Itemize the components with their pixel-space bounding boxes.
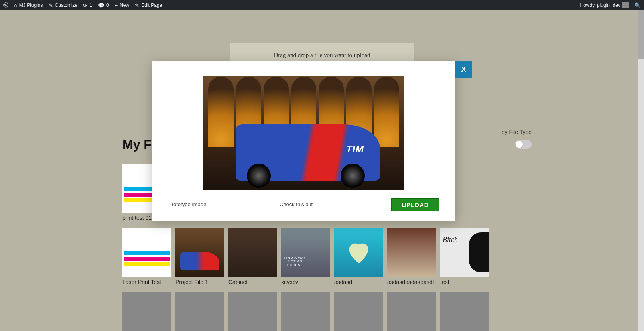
modal-close-button[interactable]: X (455, 61, 472, 78)
modal-overlay: X TIM UPLOAD (0, 0, 644, 331)
upload-button[interactable]: UPLOAD (391, 198, 439, 211)
upload-title-input[interactable] (168, 200, 272, 210)
upload-description-input[interactable] (280, 200, 384, 210)
car-badge: TIM (346, 144, 364, 155)
upload-preview-image: TIM (203, 76, 404, 190)
upload-modal: X TIM UPLOAD (152, 61, 455, 221)
